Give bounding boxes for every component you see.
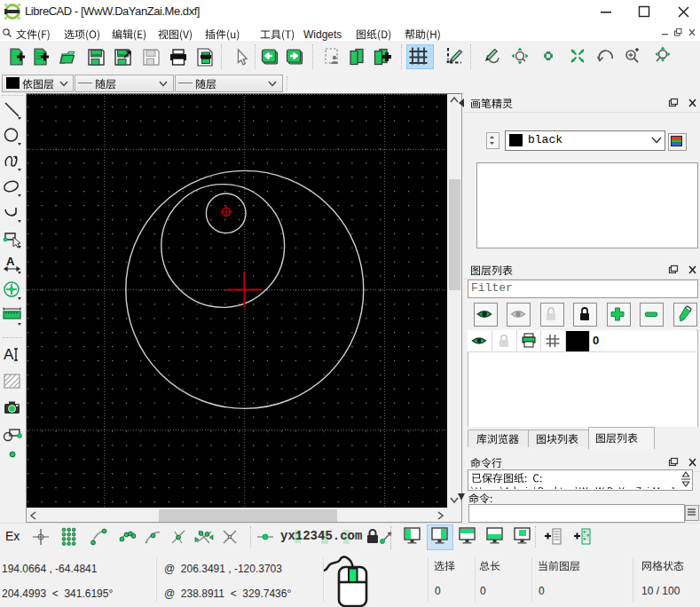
svg-text:A: A — [6, 255, 15, 268]
svg-text:A: A — [4, 346, 14, 363]
